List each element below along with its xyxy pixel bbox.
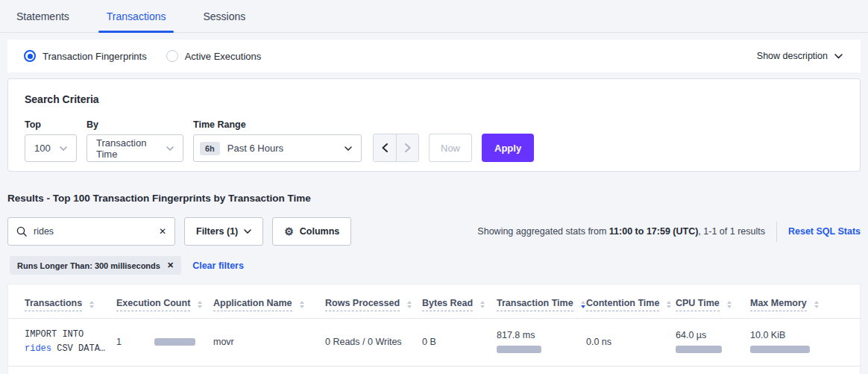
results-search-box[interactable]: ✕ [7,217,175,246]
execution-count-bar [154,338,195,346]
chevron-down-icon [166,146,174,151]
column-header-transaction-time[interactable]: Transaction Time [497,298,585,311]
now-button[interactable]: Now [429,134,472,162]
cell-application-name: movr [213,319,325,367]
column-header-transactions[interactable]: Transactions [25,298,94,311]
table-row: IMPORT INTO rides CSV DATA… 1 movr 0 Rea… [8,319,861,367]
aggregated-stats-text: Showing aggregated stats from 11:00 to 1… [477,226,765,237]
time-range-badge: 6h [200,142,220,155]
clear-filters-link[interactable]: Clear filters [192,261,244,271]
radio-active-executions[interactable]: Active Executions [166,50,262,62]
cpu-time-bar [676,346,722,353]
time-range-select[interactable]: 6h Past 6 Hours [193,134,362,162]
radio-label: Transaction Fingerprints [43,51,147,62]
time-range-pager [373,134,419,162]
search-icon [16,226,27,237]
results-table-card: Transactions Execution Count Application… [7,284,861,374]
chevron-down-icon [244,229,251,234]
transaction-time-bar [497,346,541,353]
filters-button[interactable]: Filters (1) [184,217,263,246]
column-header-contention-time[interactable]: Contention Time [586,298,671,311]
sort-icon[interactable] [480,301,485,308]
column-header-rows-processed[interactable]: Rows Processed [325,298,412,311]
time-range-prev-button[interactable] [374,134,396,161]
sort-icon[interactable] [89,301,94,308]
by-value: Transaction Time [96,137,166,160]
sort-icon[interactable] [814,301,819,308]
cell-max-memory: 10.0 KiB [750,319,861,367]
tab-transactions[interactable]: Transactions [98,0,174,32]
sort-icon[interactable] [667,301,671,308]
search-criteria-title: Search Criteria [25,93,843,105]
reset-sql-stats-link[interactable]: Reset SQL Stats [788,226,861,237]
top-select[interactable]: 100 [25,134,77,162]
columns-button[interactable]: ⚙ Columns [272,217,351,246]
cell-rows-processed: 0 Reads / 0 Writes [325,319,422,367]
time-range-value: Past 6 Hours [227,143,283,154]
gear-icon: ⚙ [284,226,294,237]
chevron-down-icon [834,54,843,59]
tab-sessions[interactable]: Sessions [195,0,254,32]
table-header-row: Transactions Execution Count Application… [8,284,861,319]
column-header-execution-count[interactable]: Execution Count [116,298,202,311]
filter-pill: Runs Longer Than: 300 milliseconds ✕ [10,256,181,275]
transaction-link[interactable]: rides [25,343,51,354]
by-label: By [87,119,183,130]
radio-transaction-fingerprints[interactable]: Transaction Fingerprints [24,50,147,62]
tab-statements[interactable]: Statements [8,0,78,32]
cell-contention-time: 0.0 ns [586,319,676,367]
transactions-table: Transactions Execution Count Application… [8,284,861,367]
results-title: Results - Top 100 Transaction Fingerprin… [7,193,861,204]
time-range-label: Time Range [193,119,362,130]
clear-search-icon[interactable]: ✕ [159,227,166,236]
chevron-right-icon [405,143,411,152]
radio-unselected-icon[interactable] [166,50,178,62]
sort-icon[interactable] [300,301,304,308]
radio-selected-icon[interactable] [24,50,36,62]
column-header-cpu-time[interactable]: CPU Time [676,298,732,311]
column-header-bytes-read[interactable]: Bytes Read [422,298,485,311]
apply-button[interactable]: Apply [482,134,534,162]
sort-icon[interactable] [727,301,732,308]
top-label: Top [25,119,77,130]
cell-transaction-fingerprint: IMPORT INTO rides CSV DATA… [8,319,116,367]
top-value: 100 [34,143,51,154]
vertical-divider [776,222,777,242]
time-range-next-button[interactable] [396,134,418,161]
column-header-application-name[interactable]: Application Name [213,298,304,311]
filters-label: Filters (1) [196,226,238,237]
column-header-max-memory[interactable]: Max Memory [750,298,819,311]
max-memory-bar [750,346,810,353]
search-criteria-card: Search Criteria Top 100 By Transaction T… [7,78,861,172]
show-description-toggle[interactable]: Show description [757,51,843,61]
filter-pill-label: Runs Longer Than: 300 milliseconds [17,261,160,270]
columns-label: Columns [300,226,339,237]
remove-filter-icon[interactable]: ✕ [167,261,174,270]
radio-label: Active Executions [185,51,262,62]
sort-icon[interactable] [407,301,412,308]
stats-time-range: 11:00 to 17:59 (UTC) [609,226,698,237]
chevron-left-icon [382,143,388,152]
chevron-down-icon [345,146,352,151]
sort-icon[interactable] [198,301,202,308]
sort-icon-active-desc[interactable] [581,301,585,308]
cell-bytes-read: 0 B [422,319,497,367]
chevron-down-icon [60,146,67,151]
view-mode-bar: Transaction Fingerprints Active Executio… [7,40,861,72]
cell-execution-count: 1 [116,319,213,367]
cell-cpu-time: 64.0 µs [676,319,750,367]
results-search-input[interactable] [34,226,159,237]
by-select[interactable]: Transaction Time [87,134,183,162]
cell-transaction-time: 817.8 ms [497,319,586,367]
top-tab-bar: Statements Transactions Sessions [0,0,868,33]
show-description-label: Show description [757,51,828,61]
